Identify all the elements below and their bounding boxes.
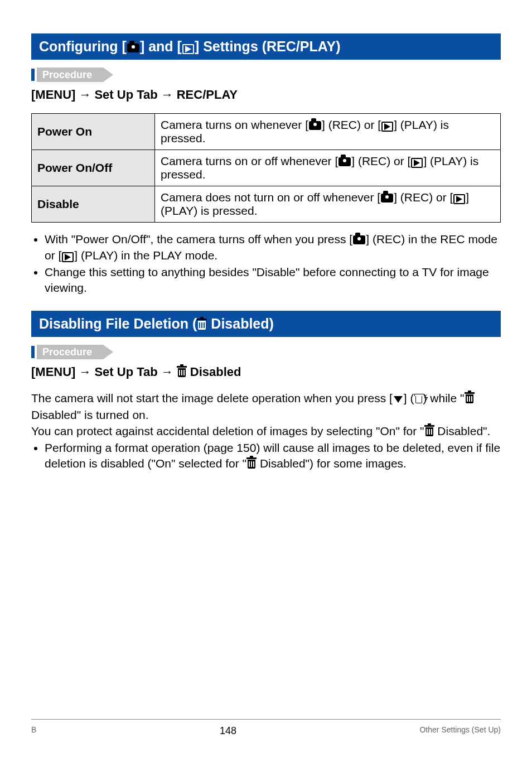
footer-right: Other Settings (Set Up) bbox=[419, 725, 501, 737]
s1-title-post: ] Settings (REC/PLAY) bbox=[195, 38, 341, 54]
page-footer: B 148 Other Settings (Set Up) bbox=[31, 719, 501, 737]
desc-text: ] (REC) or [ bbox=[322, 118, 381, 131]
rec-icon bbox=[380, 194, 394, 202]
rec-icon bbox=[308, 121, 322, 130]
path-setup: Set Up Tab bbox=[94, 88, 157, 102]
trash-icon bbox=[466, 394, 473, 403]
trash-icon bbox=[198, 321, 206, 330]
para-text: You can protect against accidental delet… bbox=[31, 425, 424, 437]
s2-title-post: Disabled) bbox=[207, 316, 273, 331]
desc-text: ] (REC) or [ bbox=[351, 155, 410, 167]
footer-left: B bbox=[31, 725, 36, 737]
path-disabled: Disabled bbox=[177, 365, 241, 379]
desc-text: Camera turns on or off whenever [ bbox=[161, 155, 338, 167]
trash-flash-icon: ϟ bbox=[415, 392, 422, 407]
section1-heading: Configuring [] and [] Settings (REC/PLAY… bbox=[31, 33, 501, 60]
arrow-icon: → bbox=[161, 365, 173, 379]
procedure-label: Procedure bbox=[42, 346, 92, 358]
row-desc: Camera does not turn on or off whenever … bbox=[155, 186, 501, 223]
s1-title-mid: ] and [ bbox=[140, 38, 182, 54]
trash-icon bbox=[178, 368, 186, 377]
desc-text: ] (REC) or [ bbox=[394, 191, 453, 204]
procedure-pill: Procedure bbox=[37, 345, 103, 359]
trash-icon bbox=[248, 460, 255, 469]
list-item: Change this setting to anything besides … bbox=[45, 264, 501, 296]
s2-path: [MENU] → Set Up Tab → Disabled bbox=[31, 365, 501, 379]
procedure-pill: Procedure bbox=[37, 67, 103, 82]
s2-bullets: Performing a format operation (page 150)… bbox=[31, 440, 501, 472]
bullet-text: ] (PLAY) in the PLAY mode. bbox=[74, 249, 217, 262]
section2-heading: Disabling File Deletion ( Disabled) bbox=[31, 311, 501, 337]
procedure-label: Procedure bbox=[42, 69, 92, 80]
down-triangle-icon bbox=[394, 396, 403, 403]
procedure-bar-icon bbox=[31, 69, 35, 81]
desc-text: Camera does not turn on or off whenever … bbox=[161, 191, 380, 204]
rec-icon bbox=[338, 157, 351, 166]
s1-bullets: With "Power On/Off", the camera turns of… bbox=[31, 232, 501, 296]
play-icon bbox=[410, 158, 423, 168]
rec-icon bbox=[127, 44, 140, 52]
list-item: Performing a format operation (page 150)… bbox=[45, 440, 501, 472]
table-row: Disable Camera does not turn on or off w… bbox=[32, 186, 501, 223]
bullet-text: Disabled") for some images. bbox=[257, 457, 407, 470]
table-row: Power On Camera turns on whenever [] (RE… bbox=[32, 114, 501, 150]
s2-title-pre: Disabling File Deletion ( bbox=[39, 316, 197, 331]
list-item: With "Power On/Off", the camera turns of… bbox=[45, 232, 501, 263]
para-text: Disabled" is turned on. bbox=[31, 408, 149, 421]
path-menu: [MENU] bbox=[31, 88, 75, 102]
procedure-label-row: Procedure bbox=[31, 345, 501, 359]
path-disabled-text: Disabled bbox=[187, 365, 241, 379]
para-text: Disabled". bbox=[434, 425, 491, 437]
rec-icon bbox=[352, 235, 366, 244]
play-icon bbox=[61, 252, 74, 262]
desc-text: Camera turns on whenever [ bbox=[161, 118, 308, 131]
trash-icon bbox=[425, 427, 433, 436]
row-desc: Camera turns on or off whenever [] (REC)… bbox=[155, 150, 501, 186]
procedure-bar-icon bbox=[31, 346, 35, 358]
s1-path: [MENU] → Set Up Tab → REC/PLAY bbox=[31, 88, 501, 102]
path-menu: [MENU] bbox=[31, 365, 75, 379]
para-text: ) while " bbox=[423, 392, 465, 404]
arrow-icon: → bbox=[161, 88, 173, 102]
row-desc: Camera turns on whenever [] (REC) or [] … bbox=[155, 114, 501, 150]
footer-page-number: 148 bbox=[220, 725, 236, 737]
s2-body: The camera will not start the image dele… bbox=[31, 390, 501, 439]
arrow-icon: → bbox=[79, 365, 91, 379]
path-recplay: REC/PLAY bbox=[177, 88, 238, 102]
s1-title-pre: Configuring [ bbox=[39, 38, 127, 54]
play-icon bbox=[182, 44, 195, 54]
play-icon bbox=[453, 194, 466, 204]
table-row: Power On/Off Camera turns on or off when… bbox=[32, 150, 501, 186]
para-text: The camera will not start the image dele… bbox=[31, 392, 393, 404]
options-table: Power On Camera turns on whenever [] (RE… bbox=[31, 113, 501, 223]
arrow-icon: → bbox=[79, 88, 91, 102]
para-text: ] ( bbox=[404, 392, 414, 404]
path-setup: Set Up Tab bbox=[94, 365, 157, 379]
row-head: Power On bbox=[32, 114, 155, 150]
row-head: Power On/Off bbox=[32, 150, 155, 186]
row-head: Disable bbox=[32, 186, 155, 223]
bullet-text: With "Power On/Off", the camera turns of… bbox=[45, 233, 352, 245]
procedure-label-row: Procedure bbox=[31, 67, 501, 82]
play-icon bbox=[381, 122, 394, 132]
